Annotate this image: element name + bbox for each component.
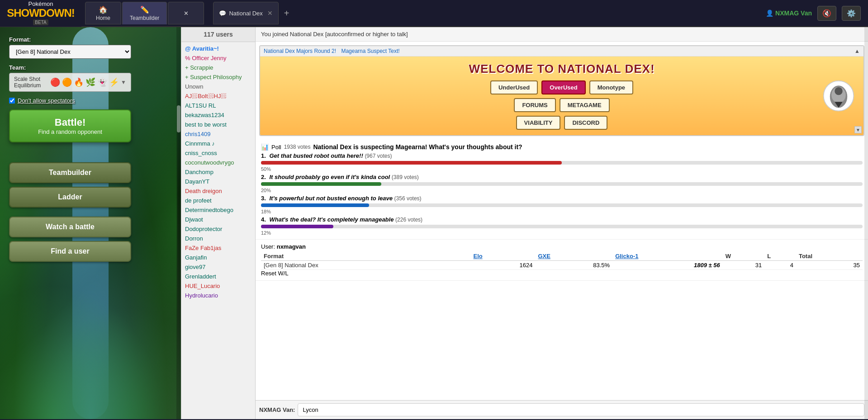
list-item[interactable]: % Officer Jenny bbox=[181, 53, 255, 63]
no-spectators-label[interactable]: Don't allow spectators bbox=[18, 97, 75, 104]
metagame-button[interactable]: METAGAME bbox=[560, 98, 610, 112]
stat-total: 35 bbox=[796, 261, 863, 270]
poll-votes: 1938 votes bbox=[284, 144, 311, 150]
list-item[interactable]: Danchomp bbox=[181, 167, 255, 177]
banner-link-2[interactable]: Magearna Suspect Text! bbox=[341, 48, 399, 54]
user-count: 117 users bbox=[181, 27, 255, 42]
beta-label: BETA bbox=[33, 19, 48, 25]
list-item[interactable]: bekazwas1234 bbox=[181, 110, 255, 120]
reset-wl-link[interactable]: Reset W/L bbox=[261, 270, 289, 277]
poll-option-2: 2. It should probably go even if it's ki… bbox=[261, 174, 863, 180]
list-item[interactable]: AJ⛆Bolt⛆HJ⛆ bbox=[181, 91, 255, 101]
underused-button[interactable]: UnderUsed bbox=[490, 80, 538, 94]
opt-votes-2: (389 votes) bbox=[392, 174, 419, 180]
pokemon-label: Pokémon bbox=[7, 1, 75, 7]
foliage-decor bbox=[0, 262, 181, 419]
poll-question-inline: National Dex is suspecting Magearna! Wha… bbox=[313, 143, 522, 151]
list-item[interactable]: Dodoprotector bbox=[181, 224, 255, 234]
list-item[interactable]: chris1409 bbox=[181, 129, 255, 139]
right-scrollbar[interactable] bbox=[864, 27, 868, 419]
list-item[interactable]: best to be worst bbox=[181, 120, 255, 129]
list-item[interactable]: DayanYT bbox=[181, 177, 255, 186]
battle-button[interactable]: Battle! Find a random opponent bbox=[9, 109, 131, 142]
list-item[interactable]: de profeet bbox=[181, 196, 255, 205]
team-box[interactable]: Scale Shot Equilibrium 🔴 🟠 🔥 🌿 👻 ⚡ ▼ bbox=[9, 73, 131, 92]
list-item[interactable]: Death dreigon bbox=[181, 186, 255, 196]
banner-scroll-up[interactable]: ▲ bbox=[854, 48, 860, 54]
list-item[interactable]: cniss_cnoss bbox=[181, 148, 255, 158]
opt-num-1: 1. bbox=[261, 152, 266, 159]
banner-buttons-row1: UnderUsed OverUsed Monotype bbox=[266, 80, 858, 94]
home-tab[interactable]: 🏠 Home bbox=[85, 2, 121, 24]
bottom-buttons: Watch a battle Find a user bbox=[9, 217, 172, 262]
list-item[interactable]: Dorron bbox=[181, 234, 255, 243]
left-scrollbar[interactable] bbox=[176, 27, 181, 419]
opt-num-3: 3. bbox=[261, 195, 266, 202]
battle-btn-sub: Find a random opponent bbox=[16, 128, 124, 135]
teambuilder-button[interactable]: Teambuilder bbox=[9, 162, 131, 183]
overused-button[interactable]: OverUsed bbox=[541, 80, 585, 94]
poll-bar-1 bbox=[261, 161, 562, 165]
no-spectators-checkbox[interactable] bbox=[9, 98, 15, 104]
chat-tab-label: National Dex bbox=[229, 10, 262, 17]
poll-bar-4 bbox=[261, 225, 333, 228]
list-item[interactable]: @ Avaritia~! bbox=[181, 44, 255, 53]
join-message: You joined National Dex [autoconfirmed o… bbox=[256, 27, 868, 42]
viability-button[interactable]: VIABILITY bbox=[516, 116, 561, 130]
list-item[interactable]: Determinedtobego bbox=[181, 205, 255, 215]
list-item[interactable]: ALT1SU RL bbox=[181, 101, 255, 110]
opt-votes-3: (356 votes) bbox=[394, 195, 422, 202]
list-item[interactable]: + Scrappie bbox=[181, 63, 255, 72]
discord-button[interactable]: DISCORD bbox=[564, 116, 607, 130]
list-item[interactable]: Grenladdert bbox=[181, 272, 255, 281]
stats-username: nxmagvan bbox=[277, 243, 306, 250]
list-item[interactable]: Unown bbox=[181, 82, 255, 91]
format-select[interactable]: [Gen 8] National Dex bbox=[9, 45, 131, 59]
poll-pct-3: 18% bbox=[261, 209, 863, 214]
th-gxe[interactable]: GXE bbox=[535, 252, 612, 261]
mute-button[interactable]: 🔇 bbox=[817, 6, 836, 21]
opt-votes-4: (226 votes) bbox=[395, 217, 422, 223]
banner-link-1[interactable]: National Dex Majors Round 2! bbox=[264, 48, 336, 54]
welcome-title: WELCOME TO NATIONAL DEX! bbox=[266, 62, 858, 76]
ladder-button[interactable]: Ladder bbox=[9, 187, 131, 208]
poll-bar-bg-2 bbox=[261, 182, 863, 186]
pokemon-badge bbox=[823, 80, 854, 112]
teambuilder-tab[interactable]: ✏️ Teambuilder bbox=[122, 2, 167, 24]
list-item[interactable]: Cinnmma ♪ bbox=[181, 139, 255, 148]
left-panel: Format: [Gen 8] National Dex Team: Scale… bbox=[0, 27, 181, 419]
forums-button[interactable]: FORUMS bbox=[514, 98, 555, 112]
chat-tab-close[interactable]: ✕ bbox=[267, 9, 273, 17]
stats-user-row: User: nxmagvan bbox=[261, 243, 863, 250]
top-right: 👤 NXMAG Van 🔇 ⚙️ bbox=[766, 6, 868, 21]
list-item[interactable]: Ganjafin bbox=[181, 253, 255, 262]
home-label: Home bbox=[96, 15, 110, 21]
left-scrollbar-thumb bbox=[177, 105, 180, 132]
user-info: 👤 NXMAG Van bbox=[766, 9, 812, 17]
list-item[interactable]: giove97 bbox=[181, 262, 255, 272]
list-item[interactable]: FaZe Fab1jas bbox=[181, 243, 255, 253]
chat-input[interactable] bbox=[298, 403, 864, 416]
list-item[interactable]: + Suspect Philosophy bbox=[181, 72, 255, 82]
monotype-button[interactable]: Monotype bbox=[589, 80, 633, 94]
opt-text-2: It should probably go even if it's kinda… bbox=[269, 174, 390, 180]
watch-battle-button[interactable]: Watch a battle bbox=[9, 217, 131, 237]
list-item[interactable]: Hydrolucario bbox=[181, 291, 255, 300]
no-spectators-row: Don't allow spectators bbox=[9, 97, 172, 104]
th-glicko[interactable]: Glicko-1 bbox=[612, 252, 723, 261]
national-dex-chat-tab[interactable]: 💬 National Dex ✕ bbox=[213, 2, 278, 24]
opt-num-2: 2. bbox=[261, 174, 266, 180]
showdown-label: SHOWDOWN! bbox=[7, 7, 75, 19]
find-user-button[interactable]: Find a user bbox=[9, 241, 131, 262]
settings-button[interactable]: ⚙️ bbox=[842, 6, 861, 21]
add-tab-button[interactable]: + bbox=[280, 8, 294, 19]
banner-scroll-down[interactable]: ▼ bbox=[854, 126, 862, 133]
close-nav-tab[interactable]: ✕ bbox=[168, 2, 204, 24]
list-item[interactable]: Djwaot bbox=[181, 215, 255, 224]
user-icon: 👤 bbox=[766, 9, 773, 17]
th-elo[interactable]: Elo bbox=[470, 252, 535, 261]
pokemon-icon-4: 🌿 bbox=[85, 77, 95, 87]
list-item[interactable]: HUE_Lucario bbox=[181, 281, 255, 291]
team-arrow[interactable]: ▼ bbox=[121, 79, 126, 85]
list-item[interactable]: coconutwoodvrygo bbox=[181, 158, 255, 167]
